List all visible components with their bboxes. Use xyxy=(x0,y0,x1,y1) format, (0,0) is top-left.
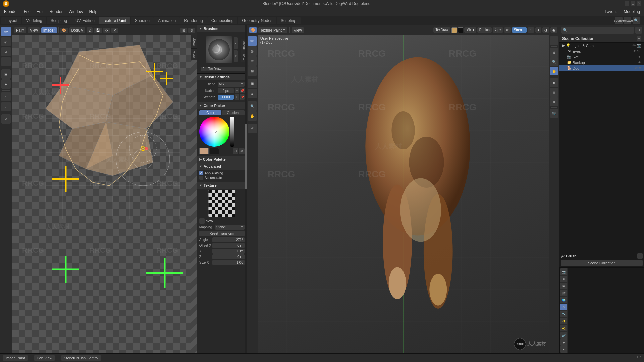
tab-uv-editing[interactable]: UV Editing xyxy=(71,17,99,24)
dog-restrict[interactable]: ⊕ xyxy=(639,66,641,70)
brush-name-input[interactable] xyxy=(207,67,247,71)
outliner-lights-cam[interactable]: ▶ 💡 Lights & Cam 👁 📷 xyxy=(559,43,644,48)
uv-save-btn[interactable]: 💾 xyxy=(94,28,102,33)
vp-radius-input[interactable]: 4 px xyxy=(493,27,503,33)
uv-close-btn[interactable]: ✕ xyxy=(111,28,118,33)
brushes-header[interactable]: ▼ Brushes xyxy=(197,25,247,32)
uv-view-menu[interactable]: View xyxy=(28,27,40,33)
tab-animation[interactable]: Animation xyxy=(154,17,180,24)
foreground-color-swatch[interactable] xyxy=(199,148,209,154)
physics-props-icon[interactable]: 💫 xyxy=(560,325,567,331)
fill-tool[interactable]: ▣ xyxy=(1,69,11,79)
vp-draw-tool[interactable]: ✏ xyxy=(248,36,257,46)
angle-input[interactable]: 271° xyxy=(212,237,245,242)
view-layer-icon[interactable]: ▣ xyxy=(560,283,567,289)
uv-zoom-fit[interactable]: ⊞ xyxy=(180,28,187,33)
offset-z-input[interactable]: 0 m xyxy=(212,254,245,259)
backup-eye[interactable]: 👁 xyxy=(638,61,641,64)
vp-blend-dropdown[interactable]: Mix ▾ xyxy=(464,27,476,33)
tab-compositing[interactable]: Compositing xyxy=(207,17,238,24)
size-x-input[interactable]: 1.00 xyxy=(212,260,245,265)
offset-y-input[interactable]: 0 m xyxy=(212,249,245,254)
brush-prev[interactable]: ▲ xyxy=(234,37,238,49)
dog-eye[interactable]: 👁 xyxy=(635,66,638,70)
color-sampler-btn[interactable]: ⊕ xyxy=(239,148,245,154)
vp-add-object-btn[interactable]: + xyxy=(550,36,558,45)
vp-smear-tool[interactable]: ≋ xyxy=(248,56,257,66)
outliner-ref[interactable]: 📷 Ref 👁 xyxy=(559,54,644,60)
maximize-button[interactable]: □ xyxy=(631,1,635,6)
brush-preview[interactable] xyxy=(206,36,232,63)
background-color-swatch[interactable] xyxy=(210,148,219,154)
vp-camera-view-btn[interactable]: 📷 xyxy=(550,109,558,118)
vp-color-swatch-dark[interactable] xyxy=(458,27,463,33)
vp-orbit-btn[interactable]: ⊕ xyxy=(550,48,558,57)
output-props-icon[interactable]: 🖥 xyxy=(560,276,567,282)
world-props-icon[interactable]: 🌍 xyxy=(560,297,567,303)
accumulate-checkbox[interactable] xyxy=(199,176,203,180)
brush-options-btn[interactable]: + xyxy=(637,253,643,259)
vp-shading-solid[interactable]: ● xyxy=(535,27,541,33)
ref-eye[interactable]: 👁 xyxy=(638,55,641,59)
new-brush-btn[interactable]: Scene Collection xyxy=(561,260,643,266)
vp-shading-render[interactable]: ◉ xyxy=(550,27,557,33)
outliner-eyes[interactable]: 👁 Eyes 👁 ⊕ xyxy=(559,48,644,54)
data-props-icon[interactable]: ▶ xyxy=(560,339,567,346)
render-props-icon[interactable]: 📷 xyxy=(560,268,567,275)
vp-shading-material[interactable]: ◑ xyxy=(542,27,549,33)
object-props-icon[interactable]: ⊙ xyxy=(560,304,567,310)
material-props-icon[interactable]: ● xyxy=(560,346,567,353)
lights-cam-render[interactable]: 📷 xyxy=(637,43,641,48)
uv-tab-image[interactable]: Image xyxy=(191,35,197,49)
color-palette-header[interactable]: ▶ Color Palette xyxy=(197,156,247,163)
strength-pressure-btn[interactable]: ✏ xyxy=(235,94,239,100)
outliner-filter-btn[interactable]: ⚙ xyxy=(635,27,642,34)
color-tab-color[interactable]: Color xyxy=(199,110,222,115)
reset-transform-btn[interactable]: Reset Transform xyxy=(199,231,245,236)
image-paint-btn[interactable]: Image Paint xyxy=(3,355,28,361)
constraints-props-icon[interactable]: 🔗 xyxy=(560,332,567,339)
offset-x-input[interactable]: 0 m xyxy=(212,243,245,248)
pan-view-btn[interactable]: Pan View xyxy=(34,355,55,361)
tab-geometry-nodes[interactable]: Geometry Nodes xyxy=(238,17,276,24)
vp-zoom-btn[interactable]: 🔍 xyxy=(550,57,558,66)
tab-shading[interactable]: Shading xyxy=(131,17,154,24)
swap-colors-btn[interactable]: ⇄ xyxy=(233,148,238,154)
stencil-brush-btn[interactable]: Stencil Brush Control xyxy=(61,355,101,361)
vp-mode-dropdown[interactable]: Texture Paint ▼ xyxy=(258,27,287,33)
menu-help[interactable]: Help xyxy=(86,9,100,15)
mask-tool[interactable]: ◈ xyxy=(1,79,11,89)
tab-texture-paint[interactable]: Texture Paint xyxy=(99,17,130,24)
search-btn[interactable]: 🔍 xyxy=(633,17,640,24)
vp-view-menu[interactable]: View xyxy=(292,27,304,33)
tab-modeling[interactable]: Modeling xyxy=(22,17,46,24)
uv-tab-view[interactable]: View xyxy=(191,49,197,60)
vp-mask-tool[interactable]: ◈ xyxy=(248,89,257,98)
vp-overlay-btn[interactable]: ⊙ xyxy=(528,27,534,33)
minimize-button[interactable]: — xyxy=(625,1,629,6)
tab-scripting[interactable]: Scripting xyxy=(277,17,301,24)
annotate-tool[interactable]: ✐ xyxy=(1,114,11,124)
tab-layout[interactable]: Layout xyxy=(1,17,21,24)
color-wheel-wrapper[interactable] xyxy=(199,117,229,147)
brush-next[interactable]: ▼ xyxy=(234,50,238,62)
uv-reload-btn[interactable]: ⟳ xyxy=(103,28,110,33)
texture-mapping-dropdown[interactable]: Stencil ▼ xyxy=(215,225,245,230)
modifier-props-icon[interactable]: 🔧 xyxy=(560,311,567,317)
menu-edit[interactable]: Edit xyxy=(34,9,46,15)
new-collection-btn[interactable]: + xyxy=(637,36,641,41)
brightness-slider[interactable] xyxy=(230,117,234,147)
vp-hand-btn[interactable]: ✋ xyxy=(248,111,257,121)
uv-overlay[interactable]: ⊙ xyxy=(188,28,195,33)
advanced-header[interactable]: ▼ Advanced xyxy=(197,163,247,170)
texture-header[interactable]: ▼ Texture xyxy=(197,182,247,189)
uv-content[interactable]: RRCG RRCG RRCG RRCG RRCG RRCG RRCG RRCG … xyxy=(12,35,191,353)
brush-panel-scrollbar[interactable] xyxy=(245,25,247,353)
outliner-dog[interactable]: 🐕 Dog 👁 ⊕ xyxy=(559,65,644,71)
particles-props-icon[interactable]: ✨ xyxy=(560,318,567,324)
uv-paint-menu[interactable]: Paint xyxy=(14,27,26,33)
menu-blender[interactable]: Blender xyxy=(1,9,20,15)
close-button[interactable]: ✕ xyxy=(637,1,641,6)
strength-pin-btn[interactable]: 📌 xyxy=(240,94,245,100)
draw-tool[interactable]: ✏ xyxy=(1,27,11,36)
